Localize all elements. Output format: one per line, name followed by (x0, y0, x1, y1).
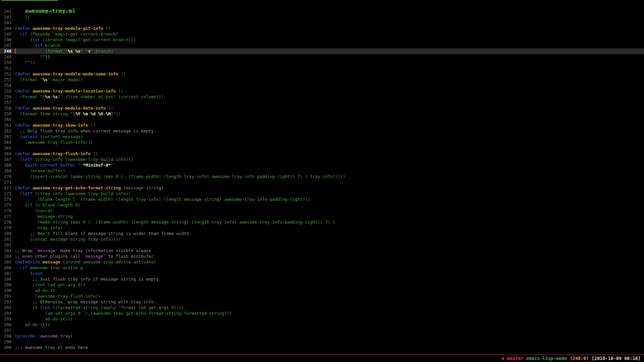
code-line-285[interactable]: 285(defadvice message (around awesome-tr… (0, 259, 644, 265)
code-line-273[interactable]: 273 (let* ((tray-info (awesome-tray-buil… (0, 191, 644, 196)
line-number: 248 (0, 48, 11, 54)
code-line-282[interactable]: 282 (0, 242, 644, 248)
code-line-279[interactable]: 279 tray-info) (0, 225, 644, 231)
code-text: (defun awesome-tray-module-git-info () (15, 26, 111, 31)
code-line-288[interactable]: 288 ;; Just flush tray info if message s… (0, 276, 644, 282)
code-line-246[interactable]: 246 (let ((branch (magit-get-current-bra… (0, 37, 644, 43)
code-area[interactable]: 241 (string-trim info)242 ))243244(defun… (0, 8, 644, 354)
code-text: ad-do-it)) (15, 322, 50, 327)
code-line-284[interactable]: 284;; even other plugins call `message' … (0, 253, 644, 259)
code-line-243[interactable]: 243 (0, 20, 644, 25)
code-line-278[interactable]: 278 (make-string (max 0 (- (frame-width)… (0, 219, 644, 225)
code-line-258[interactable]: 258(defun awesome-tray-module-date-info … (0, 105, 644, 111)
code-line-242[interactable]: 242 )) (0, 14, 644, 20)
code-line-270[interactable]: 270 (insert (concat (make-string (max 0 … (0, 174, 644, 179)
code-text: ;; Don't fill blank if message string is… (15, 231, 192, 236)
line-number: 249 (0, 54, 11, 60)
line-number: 280 (0, 231, 11, 236)
line-number: 277 (0, 214, 11, 219)
code-text: (if (fboundp 'magit-get-current-branch) (15, 32, 118, 37)
code-text: (if branch (15, 43, 60, 48)
code-line-299[interactable]: 299 (0, 339, 644, 345)
code-line-296[interactable]: 296 ad-do-it)) (0, 322, 644, 327)
code-line-248[interactable]: 248 (format "%s %s" "♜" branch) (0, 48, 644, 54)
code-line-264[interactable]: 264 (awesome-tray-flush-info))) (0, 139, 644, 145)
code-line-292[interactable]: 292 ;; Otherwise, wrap message string wi… (0, 299, 644, 305)
line-number: 292 (0, 299, 11, 305)
code-line-268[interactable]: 268 (with-current-buffer " *Minibuf-0*" (0, 162, 644, 168)
line-number: 296 (0, 322, 11, 327)
code-text: (ad-set-args 0 `(,(awesome-tray-get-echo… (15, 311, 232, 316)
code-text: ;;; awesome-tray.el ends here (15, 345, 88, 350)
header-line: awesome-tray.el (0, 0, 644, 8)
code-line-252[interactable]: 252(defun awesome-tray-module-mode-name-… (0, 71, 644, 77)
code-line-250[interactable]: 250 "")) (0, 60, 644, 65)
git-branch-icon: ♜ (501, 356, 504, 361)
code-line-245[interactable]: 245 (if (fboundp 'magit-get-current-bran… (0, 31, 644, 37)
code-line-287[interactable]: 287 (cond (0, 270, 644, 276)
line-number: 293 (0, 305, 11, 310)
code-line-249[interactable]: 249 "")) (0, 54, 644, 60)
code-line-275[interactable]: 275 (if (> blank-length 0) (0, 202, 644, 208)
code-line-244[interactable]: 244(defun awesome-tray-module-git-info (… (0, 25, 644, 31)
code-text: (defun awesome-tray-module-mode-name-inf… (15, 71, 126, 76)
code-line-269[interactable]: 269 (erase-buffer) (0, 168, 644, 174)
code-line-290[interactable]: 290 ad-do-it (0, 288, 644, 293)
code-line-267[interactable]: 267 (let* ((tray-info (awesome-tray-buil… (0, 157, 644, 162)
code-line-247[interactable]: 247 (if branch (0, 43, 644, 48)
code-text: ((not (ad-get-arg 0)) (15, 282, 86, 287)
code-line-283[interactable]: 283;; Wrap `message' make tray informati… (0, 248, 644, 253)
line-number: 299 (0, 339, 11, 345)
code-line-281[interactable]: 281 (concat message-string tray-info)))) (0, 236, 644, 242)
code-line-274[interactable]: 274 (blank-length (- (frame-width) (leng… (0, 196, 644, 202)
datetime-label: [2018-10-09 06:16] (592, 356, 641, 361)
code-line-260[interactable]: 260 (0, 117, 644, 122)
line-number: 300 (0, 345, 11, 350)
code-line-262[interactable]: 262 ;; Only flush tray info when current… (0, 128, 644, 134)
line-number: 268 (0, 162, 11, 168)
code-text: (defun awesome-tray-module-date-info () (15, 106, 113, 111)
line-number: 287 (0, 270, 11, 276)
code-line-286[interactable]: 286 (if awesome-tray-active-p (0, 265, 644, 270)
code-line-254[interactable]: 254 (0, 82, 644, 88)
code-text: (format "%s" major-mode)) (15, 77, 83, 82)
code-line-256[interactable]: 256 (format "(%s:%s)" (line-number-at-po… (0, 94, 644, 100)
code-text: (awesome-tray-flush-info)) (15, 294, 101, 299)
line-number: 288 (0, 276, 11, 282)
code-text: (defun awesome-tray-module-location-info… (15, 88, 123, 94)
code-line-294[interactable]: 294 (ad-set-args 0 `(,(awesome-tray-get-… (0, 310, 644, 316)
code-line-257[interactable]: 257 (0, 100, 644, 105)
code-text: (blank-length (- (frame-width) (length t… (15, 197, 310, 202)
line-number: 283 (0, 248, 11, 253)
line-number: 264 (0, 139, 11, 145)
line-number: 246 (0, 37, 11, 43)
line-number: 266 (0, 151, 11, 157)
code-text: (defun awesome-tray-flush-info () (15, 151, 98, 156)
code-line-265[interactable]: 265 (0, 145, 644, 151)
code-line-271[interactable]: 271 (0, 179, 644, 185)
code-line-293[interactable]: 293 (t (let ((formatted-string (apply 'f… (0, 305, 644, 310)
code-text: ;; Wrap `message' make tray information … (15, 248, 151, 253)
code-line-241[interactable]: 241 (string-trim info) (0, 8, 644, 14)
code-text: (if (> blank-length 0) (15, 202, 80, 207)
code-line-259[interactable]: 259 (format-time-string "[%Y-%m-%d %H:%M… (0, 111, 644, 117)
cursor-position-label: (248:0) (570, 356, 589, 361)
code-line-297[interactable]: 297 (0, 327, 644, 333)
code-line-253[interactable]: 253 (format "%s" major-mode)) (0, 77, 644, 82)
code-line-255[interactable]: 255(defun awesome-tray-module-location-i… (0, 88, 644, 94)
code-text: ;; Only flush tray info when current mes… (15, 128, 156, 133)
code-line-280[interactable]: 280 ;; Don't fill blank if message strin… (0, 231, 644, 236)
code-line-295[interactable]: 295 ad-do-it))) (0, 316, 644, 322)
code-line-291[interactable]: 291 (awesome-tray-flush-info)) (0, 293, 644, 299)
code-line-266[interactable]: 266(defun awesome-tray-flush-info () (0, 151, 644, 157)
code-line-276[interactable]: 276 (concat (0, 208, 644, 214)
code-line-277[interactable]: 277 message-string (0, 214, 644, 219)
code-line-272[interactable]: 272(defun awesome-tray-get-echo-format-s… (0, 185, 644, 191)
code-text: (cond (15, 271, 43, 276)
code-line-263[interactable]: 263 (unless (current-message) (0, 134, 644, 139)
code-line-261[interactable]: 261(defun awesome-tray-show-info () (0, 122, 644, 128)
code-line-289[interactable]: 289 ((not (ad-get-arg 0)) (0, 282, 644, 288)
code-line-298[interactable]: 298(provide 'awesome-tray) (0, 333, 644, 339)
code-line-251[interactable]: 251 (0, 65, 644, 71)
code-line-300[interactable]: 300;;; awesome-tray.el ends here (0, 345, 644, 350)
